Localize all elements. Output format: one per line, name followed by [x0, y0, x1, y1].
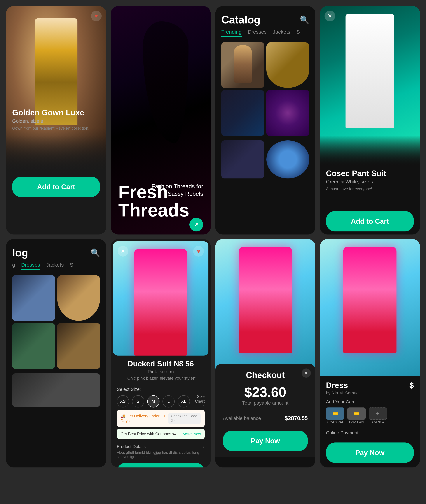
catalog-item-2[interactable] — [266, 42, 309, 88]
catalog-item-5[interactable] — [221, 140, 264, 178]
product-description: A must-have for everyone! — [326, 186, 414, 191]
tab-sm-1[interactable]: g — [12, 262, 15, 270]
catalog-title-sm: log — [12, 247, 28, 259]
size-m[interactable]: M — [147, 395, 159, 408]
tab-sm-dresses[interactable]: Dresses — [21, 262, 40, 270]
payment-product-image — [320, 239, 420, 376]
promo-delivery-text: 🚚 Get Delivery under 10 Days — [121, 414, 168, 423]
size-label: Select Size: — [117, 387, 141, 392]
product-name: Ducked Suit N8 56 — [117, 359, 205, 368]
pay-now-button[interactable]: Pay Now — [223, 431, 308, 451]
close-button[interactable]: ✕ — [118, 246, 128, 256]
catalog-tabs: Trending Dresses Jackets S — [215, 29, 315, 40]
brand-title-line2: Threads — [118, 201, 203, 219]
product-variant: Green & White, size s — [326, 179, 414, 184]
checkout-amount: $23.60 — [223, 385, 308, 400]
product-detail-card-ducked: ✕ ♥ Ducked Suit N8 56 Pink, size m "Chic… — [111, 239, 211, 467]
tab-s[interactable]: S — [296, 29, 300, 37]
product-card-golden: ♥ Golden Gown Luxe Golden, size s Gown f… — [6, 6, 106, 234]
search-icon-sm[interactable]: 🔍 — [91, 248, 100, 257]
expand-icon[interactable]: › — [203, 444, 205, 449]
brand-cta-arrow[interactable]: ↗ — [189, 218, 203, 231]
checkout-title: Checkout — [223, 370, 308, 380]
balance-row: Available balance $2870.55 — [223, 412, 308, 424]
add-new-card-icon[interactable]: + — [369, 408, 387, 420]
catalog-more-items — [215, 140, 315, 178]
size-selection: Select Size: — [117, 384, 205, 394]
promo-delivery: 🚚 Get Delivery under 10 Days Check Pin C… — [117, 410, 205, 427]
seller-name: by Nia M. Samuel — [326, 391, 414, 395]
tab-jackets[interactable]: Jackets — [273, 29, 290, 37]
checkout-suit-figure — [215, 239, 315, 376]
product-name: Golden Gown Luxe — [12, 108, 100, 117]
product-image-cosec: ✕ — [320, 6, 420, 166]
add-to-cart-button[interactable]: Add to Cart — [117, 463, 205, 467]
catalog-item-3[interactable] — [221, 90, 264, 136]
catalog-sm-item-3[interactable] — [12, 323, 55, 369]
catalog-item-1[interactable] — [221, 42, 264, 88]
dress-price: $ — [409, 381, 414, 390]
tab-sm-s[interactable]: S — [70, 262, 73, 270]
checkout-close-button[interactable]: ✕ — [302, 368, 311, 378]
debit-card-icon[interactable]: 💳 — [347, 408, 366, 420]
product-details-section: Product Details › Abcs gfhdf brimkt bkil… — [117, 441, 205, 459]
product-card-cosec: ✕ Cosec Pant Suit Green & White, size s … — [320, 6, 420, 234]
payment-section: Dress $ by Nia M. Samuel Add Your Card 💳… — [320, 376, 420, 443]
catalog-sm-item-4[interactable] — [57, 323, 100, 369]
image-overlay — [320, 136, 420, 166]
product-info-cosec: Cosec Pant Suit Green & White, size s A … — [320, 166, 420, 208]
catalog-tabs-sm: g Dresses Jackets S — [6, 262, 106, 273]
product-description: "Chic pink blazer, elevate your style!" — [117, 376, 205, 381]
catalog-item-4[interactable] — [266, 90, 309, 136]
catalog-header-sm: log 🔍 — [6, 239, 106, 262]
catalog-card-small: log 🔍 g Dresses Jackets S — [6, 239, 106, 467]
product-variant: Pink, size m — [117, 369, 205, 375]
catalog-sm-item-1[interactable] — [12, 275, 55, 321]
promo-delivery-action[interactable]: Check Pin Code ⓘ — [168, 413, 201, 424]
catalog-sm-item-2[interactable] — [57, 275, 100, 321]
checkout-modal: ✕ Checkout $23.60 Total payable amount A… — [215, 364, 315, 457]
size-chart-link[interactable]: Size Chart › — [193, 394, 205, 408]
size-s[interactable]: S — [132, 395, 144, 408]
debit-card-option[interactable]: 💳 Debit Card — [347, 408, 366, 424]
wishlist-button[interactable]: ♥ — [91, 11, 102, 21]
add-new-card-option[interactable]: + Add New — [369, 408, 387, 424]
pay-now-button[interactable]: Pay Now — [326, 443, 414, 463]
catalog-header: Catalog 🔍 — [215, 6, 315, 29]
tab-sm-jackets[interactable]: Jackets — [46, 262, 64, 270]
image-overlay — [6, 136, 106, 174]
size-xl[interactable]: XL — [178, 395, 190, 408]
checkout-total-label: Total payable amount — [223, 400, 308, 406]
tab-trending[interactable]: Trending — [221, 29, 241, 37]
tab-dresses[interactable]: Dresses — [248, 29, 267, 37]
promo-coupon: Get Best Price with Coupons 🏷 Active Now — [117, 429, 205, 439]
size-l[interactable]: L — [163, 395, 175, 408]
catalog-item-6[interactable] — [266, 140, 309, 178]
promo-coupon-action[interactable]: Active Now — [183, 432, 201, 436]
mannequin-figure — [6, 6, 106, 174]
add-to-cart-button[interactable]: Add to Cart — [12, 177, 100, 197]
product-image-golden: ♥ Golden Gown Luxe Golden, size s Gown f… — [6, 6, 106, 174]
checkout-product-image — [215, 239, 315, 376]
size-xs[interactable]: XS — [117, 395, 129, 408]
online-payment-label: Online Payment — [326, 428, 414, 435]
product-name: Cosec Pant Suit — [326, 169, 414, 178]
search-icon[interactable]: 🔍 — [300, 15, 309, 24]
product-variant: Golden, size s — [12, 118, 100, 124]
product-details-label: Product Details — [117, 444, 146, 449]
credit-card-option[interactable]: 💳 Credit Card — [326, 408, 344, 424]
catalog-title: Catalog — [221, 14, 261, 26]
brand-content: Fashion Threads forSassy Rebels Fresh Th… — [118, 183, 203, 219]
debit-card-label: Debit Card — [349, 420, 364, 424]
close-button[interactable]: ✕ — [325, 11, 335, 21]
credit-card-icon[interactable]: 💳 — [326, 408, 344, 420]
product-details-text: Abcs gfhdf brimkt bkill gjjgg has df djs… — [117, 450, 205, 459]
catalog-grid — [215, 40, 315, 138]
wishlist-button[interactable]: ♥ — [193, 246, 204, 256]
catalog-card-main: Catalog 🔍 Trending Dresses Jackets S — [215, 6, 315, 234]
add-to-cart-button[interactable]: Add to Cart — [326, 211, 414, 231]
dress-label: Dress — [326, 381, 348, 390]
payment-card: Dress $ by Nia M. Samuel Add Your Card 💳… — [320, 239, 420, 467]
catalog-sm-item-5[interactable] — [12, 373, 100, 407]
price-overlay: Golden Gown Luxe Golden, size s Gown fro… — [6, 108, 106, 131]
